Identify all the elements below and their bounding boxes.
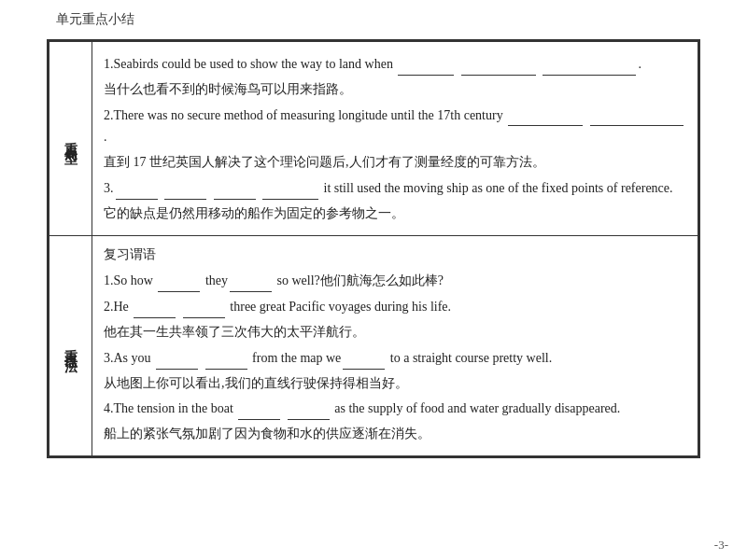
content-sentences: 1.Seabirds could be used to show the way… <box>92 42 698 236</box>
sentence-1-zh: 当什么也看不到的时候海鸟可以用来指路。 <box>104 78 686 101</box>
blank-g3-1 <box>156 346 198 370</box>
blank-2-1 <box>508 104 583 127</box>
grammar-subtitle: 复习谓语 <box>104 244 686 266</box>
table-row-grammar: 重点语法 复习谓语 1.So how they so well?他们航海怎么如此… <box>49 235 698 455</box>
blank-g1-1 <box>158 269 200 292</box>
blank-1-1 <box>398 52 454 76</box>
blank-1-3 <box>543 52 636 76</box>
sentence-3-en: 3. it still used the moving ship as one … <box>104 176 686 200</box>
page-number: -3- <box>714 538 728 553</box>
sentence-3-zh: 它的缺点是仍然用移动的船作为固定的参考物之一。 <box>104 203 686 225</box>
blank-3-1 <box>116 176 158 200</box>
grammar-1-en: 1.So how they so well?他们航海怎么如此棒? <box>104 269 686 292</box>
blank-1-2 <box>461 52 536 76</box>
blank-g4-1 <box>238 397 280 420</box>
main-table: 重点句型 1.Seabirds could be used to show th… <box>49 41 698 456</box>
blank-3-2 <box>164 176 206 200</box>
blank-g4-2 <box>288 397 330 420</box>
blank-2-2 <box>590 104 684 127</box>
header: 单元重点小结 <box>0 0 747 35</box>
header-title: 单元重点小结 <box>56 12 134 26</box>
label-grammar: 重点语法 <box>49 235 92 455</box>
blank-g3-2 <box>205 346 247 370</box>
grammar-2-en: 2.He three great Pacific voyages during … <box>104 295 686 318</box>
content-area: 重点句型 1.Seabirds could be used to show th… <box>47 39 700 458</box>
blank-g1-2 <box>230 269 272 292</box>
grammar-3-zh: 从地图上你可以看出,我们的直线行驶保持得相当好。 <box>104 372 686 395</box>
sentence-1-en: 1.Seabirds could be used to show the way… <box>104 52 686 76</box>
blank-g3-3 <box>343 346 385 370</box>
content-grammar: 复习谓语 1.So how they so well?他们航海怎么如此棒? 2.… <box>92 235 698 455</box>
blank-3-3 <box>214 176 256 200</box>
blank-g2-2 <box>183 295 225 318</box>
blank-3-4 <box>262 176 318 200</box>
label-sentences: 重点句型 <box>49 42 92 236</box>
grammar-2-zh: 他在其一生共率领了三次伟大的太平洋航行。 <box>104 321 686 343</box>
grammar-4-en: 4.The tension in the boat as the supply … <box>104 397 686 420</box>
page: 单元重点小结 重点句型 1.Seabirds could be used to … <box>0 0 747 560</box>
table-row-sentences: 重点句型 1.Seabirds could be used to show th… <box>49 42 698 236</box>
sentence-2-en: 2.There was no secure method of measurin… <box>104 104 686 149</box>
grammar-3-en: 3.As you from the map we to a straight c… <box>104 346 686 370</box>
blank-g2-1 <box>134 295 176 318</box>
grammar-4-zh: 船上的紧张气氛加剧了因为食物和水的供应逐渐在消失。 <box>104 423 686 445</box>
sentence-2-zh: 直到 17 世纪英国人解决了这个理论问题后,人们才有了测量经度的可靠方法。 <box>104 151 686 174</box>
